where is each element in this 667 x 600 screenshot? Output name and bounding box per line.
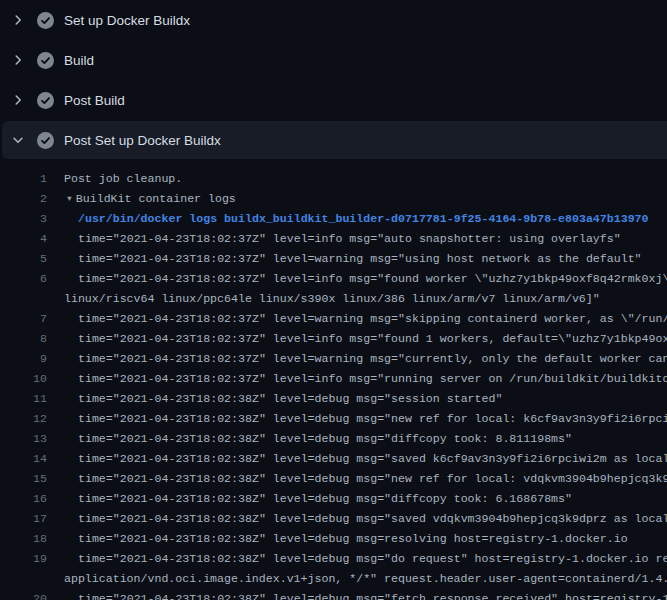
log-line-number[interactable]: 6 — [0, 269, 47, 289]
log-line: 20time="2021-04-23T18:02:38Z" level=debu… — [0, 589, 667, 600]
log-line: 14time="2021-04-23T18:02:38Z" level=debu… — [0, 449, 667, 469]
step-header-build[interactable]: Build — [0, 40, 667, 80]
log-line-number[interactable]: 15 — [0, 469, 47, 489]
log-line-text[interactable]: ▼BuildKit container logs — [47, 189, 667, 209]
log-line: 3/usr/bin/docker logs buildx_buildkit_bu… — [0, 209, 667, 229]
log-line-text: time="2021-04-23T18:02:38Z" level=debug … — [47, 529, 667, 549]
log-line-number[interactable]: 13 — [0, 429, 47, 449]
status-icon-wrap — [37, 132, 54, 149]
step-header-set-up-docker-buildx[interactable]: Set up Docker Buildx — [0, 0, 667, 40]
log-line-number[interactable]: 14 — [0, 449, 47, 469]
chevron-right-icon — [11, 93, 25, 107]
log-line-text: time="2021-04-23T18:02:38Z" level=debug … — [47, 509, 667, 529]
log-line-number[interactable]: 3 — [0, 209, 47, 229]
log-line: 5time="2021-04-23T18:02:37Z" level=warni… — [0, 249, 667, 269]
log-line: 19time="2021-04-23T18:02:38Z" level=debu… — [0, 549, 667, 569]
chevron-down-icon-wrap — [10, 132, 26, 148]
log-line-text: time="2021-04-23T18:02:37Z" level=info m… — [47, 269, 667, 289]
log-line-number[interactable]: 2 — [0, 189, 47, 209]
log-line-number[interactable]: 10 — [0, 369, 47, 389]
step-header-post-build[interactable]: Post Build — [0, 80, 667, 120]
log-line-text: time="2021-04-23T18:02:38Z" level=debug … — [47, 409, 667, 429]
step-label: Build — [64, 53, 94, 68]
log-line-text: time="2021-04-23T18:02:37Z" level=warnin… — [47, 249, 667, 269]
log-line-text: application/vnd.oci.image.index.v1+json,… — [47, 569, 667, 589]
log-line-text: time="2021-04-23T18:02:38Z" level=debug … — [47, 429, 667, 449]
log-line: linux/riscv64 linux/ppc64le linux/s390x … — [0, 289, 667, 309]
log-line: 18time="2021-04-23T18:02:38Z" level=debu… — [0, 529, 667, 549]
log-line-number[interactable]: 19 — [0, 549, 47, 569]
log-line-text: time="2021-04-23T18:02:37Z" level=info m… — [47, 229, 667, 249]
chevron-right-icon-wrap — [10, 12, 26, 28]
log-line-text: time="2021-04-23T18:02:37Z" level=warnin… — [47, 349, 667, 369]
chevron-right-icon-wrap — [10, 92, 26, 108]
chevron-right-icon — [11, 13, 25, 27]
check-circle-icon — [37, 12, 54, 29]
chevron-right-icon-wrap — [10, 52, 26, 68]
log-line-text: time="2021-04-23T18:02:38Z" level=debug … — [47, 449, 667, 469]
log-line-text: time="2021-04-23T18:02:37Z" level=info m… — [47, 329, 667, 349]
log-line-text: time="2021-04-23T18:02:37Z" level=info m… — [47, 369, 667, 389]
status-icon-wrap — [37, 12, 54, 29]
log-line-number[interactable]: 20 — [0, 589, 47, 600]
log-line-number[interactable]: 5 — [0, 249, 47, 269]
log-line-number[interactable]: 7 — [0, 309, 47, 329]
log-line-number[interactable]: 4 — [0, 229, 47, 249]
log-line-number[interactable]: 11 — [0, 389, 47, 409]
log-line-text: time="2021-04-23T18:02:38Z" level=debug … — [47, 549, 667, 569]
step-label: Post Build — [64, 93, 125, 108]
log-line: 16time="2021-04-23T18:02:38Z" level=debu… — [0, 489, 667, 509]
log-line-text: time="2021-04-23T18:02:38Z" level=debug … — [47, 389, 667, 409]
log-line: 13time="2021-04-23T18:02:38Z" level=debu… — [0, 429, 667, 449]
log-line-command-text: /usr/bin/docker logs buildx_buildkit_bui… — [47, 209, 667, 229]
log-line-text: time="2021-04-23T18:02:38Z" level=debug … — [47, 489, 667, 509]
log-line-number — [0, 289, 47, 309]
log-line-number — [0, 569, 47, 589]
log-line: 4time="2021-04-23T18:02:37Z" level=info … — [0, 229, 667, 249]
log-line-text: linux/riscv64 linux/ppc64le linux/s390x … — [47, 289, 667, 309]
log-line: 12time="2021-04-23T18:02:38Z" level=debu… — [0, 409, 667, 429]
log-line: 11time="2021-04-23T18:02:38Z" level=debu… — [0, 389, 667, 409]
log-line: 15time="2021-04-23T18:02:38Z" level=debu… — [0, 469, 667, 489]
log-line-text: Post job cleanup. — [47, 169, 667, 189]
log-line: 2▼BuildKit container logs — [0, 189, 667, 209]
log-line: 1Post job cleanup. — [0, 169, 667, 189]
steps-list: Set up Docker BuildxBuildPost BuildPost … — [0, 0, 667, 159]
log-line: 7time="2021-04-23T18:02:37Z" level=warni… — [0, 309, 667, 329]
log-line: application/vnd.oci.image.index.v1+json,… — [0, 569, 667, 589]
log-line-number[interactable]: 18 — [0, 529, 47, 549]
log-line: 17time="2021-04-23T18:02:38Z" level=debu… — [0, 509, 667, 529]
check-circle-icon — [37, 92, 54, 109]
log-line: 8time="2021-04-23T18:02:37Z" level=info … — [0, 329, 667, 349]
chevron-down-icon — [11, 133, 25, 147]
collapse-caret-icon[interactable]: ▼ — [67, 189, 72, 209]
log-line-text: time="2021-04-23T18:02:38Z" level=debug … — [47, 469, 667, 489]
log-line: 9time="2021-04-23T18:02:37Z" level=warni… — [0, 349, 667, 369]
log-line-number[interactable]: 8 — [0, 329, 47, 349]
log-line-number[interactable]: 1 — [0, 169, 47, 189]
log-line-number[interactable]: 9 — [0, 349, 47, 369]
log-line: 10time="2021-04-23T18:02:37Z" level=info… — [0, 369, 667, 389]
log-line-number[interactable]: 17 — [0, 509, 47, 529]
check-circle-icon — [37, 132, 54, 149]
check-circle-icon — [37, 52, 54, 69]
actions-log-viewer: Set up Docker BuildxBuildPost BuildPost … — [0, 0, 667, 600]
status-icon-wrap — [37, 92, 54, 109]
log-line-number[interactable]: 16 — [0, 489, 47, 509]
log-line-text: time="2021-04-23T18:02:38Z" level=debug … — [47, 589, 667, 600]
log-lines: 1Post job cleanup.2▼BuildKit container l… — [0, 169, 667, 600]
status-icon-wrap — [37, 52, 54, 69]
step-header-post-set-up-docker-buildx[interactable]: Post Set up Docker Buildx — [2, 121, 667, 159]
chevron-right-icon — [11, 53, 25, 67]
log-line: 6time="2021-04-23T18:02:37Z" level=info … — [0, 269, 667, 289]
step-label: Post Set up Docker Buildx — [64, 133, 221, 148]
log-line-number[interactable]: 12 — [0, 409, 47, 429]
log-line-text: time="2021-04-23T18:02:37Z" level=warnin… — [47, 309, 667, 329]
step-label: Set up Docker Buildx — [64, 13, 190, 28]
